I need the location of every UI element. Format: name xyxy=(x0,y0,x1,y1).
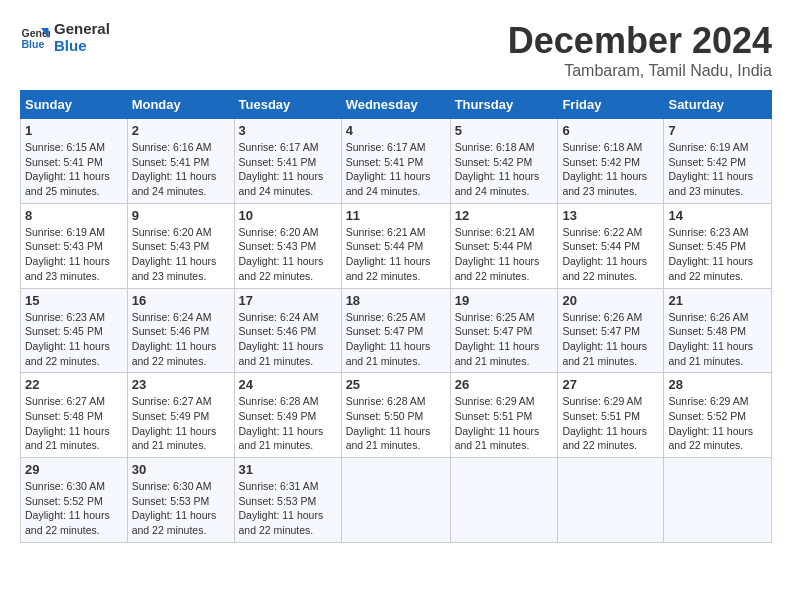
day-number: 27 xyxy=(562,377,659,392)
calendar-cell xyxy=(558,458,664,543)
day-info: Sunrise: 6:31 AM Sunset: 5:53 PM Dayligh… xyxy=(239,479,337,538)
calendar-cell: 30 Sunrise: 6:30 AM Sunset: 5:53 PM Dayl… xyxy=(127,458,234,543)
day-number: 17 xyxy=(239,293,337,308)
day-number: 8 xyxy=(25,208,123,223)
calendar-cell: 31 Sunrise: 6:31 AM Sunset: 5:53 PM Dayl… xyxy=(234,458,341,543)
calendar-cell: 9 Sunrise: 6:20 AM Sunset: 5:43 PM Dayli… xyxy=(127,203,234,288)
calendar-cell xyxy=(450,458,558,543)
day-info: Sunrise: 6:19 AM Sunset: 5:42 PM Dayligh… xyxy=(668,140,767,199)
day-info: Sunrise: 6:25 AM Sunset: 5:47 PM Dayligh… xyxy=(455,310,554,369)
day-number: 20 xyxy=(562,293,659,308)
day-number: 6 xyxy=(562,123,659,138)
day-info: Sunrise: 6:28 AM Sunset: 5:49 PM Dayligh… xyxy=(239,394,337,453)
day-info: Sunrise: 6:27 AM Sunset: 5:48 PM Dayligh… xyxy=(25,394,123,453)
day-info: Sunrise: 6:21 AM Sunset: 5:44 PM Dayligh… xyxy=(346,225,446,284)
calendar-week-row: 1 Sunrise: 6:15 AM Sunset: 5:41 PM Dayli… xyxy=(21,119,772,204)
day-info: Sunrise: 6:26 AM Sunset: 5:48 PM Dayligh… xyxy=(668,310,767,369)
day-number: 16 xyxy=(132,293,230,308)
day-number: 15 xyxy=(25,293,123,308)
logo-general: General xyxy=(54,20,110,37)
title-block: December 2024 Tambaram, Tamil Nadu, Indi… xyxy=(508,20,772,80)
calendar-cell: 16 Sunrise: 6:24 AM Sunset: 5:46 PM Dayl… xyxy=(127,288,234,373)
calendar-cell: 13 Sunrise: 6:22 AM Sunset: 5:44 PM Dayl… xyxy=(558,203,664,288)
calendar-week-row: 22 Sunrise: 6:27 AM Sunset: 5:48 PM Dayl… xyxy=(21,373,772,458)
day-header-tuesday: Tuesday xyxy=(234,91,341,119)
day-number: 30 xyxy=(132,462,230,477)
day-number: 19 xyxy=(455,293,554,308)
day-header-sunday: Sunday xyxy=(21,91,128,119)
calendar-cell: 7 Sunrise: 6:19 AM Sunset: 5:42 PM Dayli… xyxy=(664,119,772,204)
calendar-cell: 10 Sunrise: 6:20 AM Sunset: 5:43 PM Dayl… xyxy=(234,203,341,288)
day-info: Sunrise: 6:17 AM Sunset: 5:41 PM Dayligh… xyxy=(239,140,337,199)
day-info: Sunrise: 6:26 AM Sunset: 5:47 PM Dayligh… xyxy=(562,310,659,369)
calendar-week-row: 29 Sunrise: 6:30 AM Sunset: 5:52 PM Dayl… xyxy=(21,458,772,543)
calendar-cell: 8 Sunrise: 6:19 AM Sunset: 5:43 PM Dayli… xyxy=(21,203,128,288)
calendar-week-row: 8 Sunrise: 6:19 AM Sunset: 5:43 PM Dayli… xyxy=(21,203,772,288)
day-info: Sunrise: 6:29 AM Sunset: 5:51 PM Dayligh… xyxy=(455,394,554,453)
calendar-cell: 5 Sunrise: 6:18 AM Sunset: 5:42 PM Dayli… xyxy=(450,119,558,204)
day-info: Sunrise: 6:27 AM Sunset: 5:49 PM Dayligh… xyxy=(132,394,230,453)
day-number: 5 xyxy=(455,123,554,138)
day-info: Sunrise: 6:22 AM Sunset: 5:44 PM Dayligh… xyxy=(562,225,659,284)
calendar-cell: 22 Sunrise: 6:27 AM Sunset: 5:48 PM Dayl… xyxy=(21,373,128,458)
calendar-cell: 25 Sunrise: 6:28 AM Sunset: 5:50 PM Dayl… xyxy=(341,373,450,458)
day-number: 24 xyxy=(239,377,337,392)
logo: General Blue General Blue xyxy=(20,20,110,54)
day-header-friday: Friday xyxy=(558,91,664,119)
calendar-cell: 26 Sunrise: 6:29 AM Sunset: 5:51 PM Dayl… xyxy=(450,373,558,458)
calendar-table: SundayMondayTuesdayWednesdayThursdayFrid… xyxy=(20,90,772,543)
calendar-cell: 23 Sunrise: 6:27 AM Sunset: 5:49 PM Dayl… xyxy=(127,373,234,458)
day-number: 31 xyxy=(239,462,337,477)
calendar-cell: 18 Sunrise: 6:25 AM Sunset: 5:47 PM Dayl… xyxy=(341,288,450,373)
day-info: Sunrise: 6:25 AM Sunset: 5:47 PM Dayligh… xyxy=(346,310,446,369)
day-number: 21 xyxy=(668,293,767,308)
day-info: Sunrise: 6:30 AM Sunset: 5:53 PM Dayligh… xyxy=(132,479,230,538)
day-info: Sunrise: 6:18 AM Sunset: 5:42 PM Dayligh… xyxy=(562,140,659,199)
calendar-cell: 2 Sunrise: 6:16 AM Sunset: 5:41 PM Dayli… xyxy=(127,119,234,204)
calendar-cell: 4 Sunrise: 6:17 AM Sunset: 5:41 PM Dayli… xyxy=(341,119,450,204)
day-info: Sunrise: 6:21 AM Sunset: 5:44 PM Dayligh… xyxy=(455,225,554,284)
day-info: Sunrise: 6:23 AM Sunset: 5:45 PM Dayligh… xyxy=(668,225,767,284)
day-info: Sunrise: 6:29 AM Sunset: 5:52 PM Dayligh… xyxy=(668,394,767,453)
calendar-cell: 17 Sunrise: 6:24 AM Sunset: 5:46 PM Dayl… xyxy=(234,288,341,373)
day-number: 7 xyxy=(668,123,767,138)
day-number: 14 xyxy=(668,208,767,223)
day-number: 9 xyxy=(132,208,230,223)
day-info: Sunrise: 6:18 AM Sunset: 5:42 PM Dayligh… xyxy=(455,140,554,199)
location-subtitle: Tambaram, Tamil Nadu, India xyxy=(508,62,772,80)
calendar-cell: 21 Sunrise: 6:26 AM Sunset: 5:48 PM Dayl… xyxy=(664,288,772,373)
calendar-cell: 20 Sunrise: 6:26 AM Sunset: 5:47 PM Dayl… xyxy=(558,288,664,373)
calendar-cell: 24 Sunrise: 6:28 AM Sunset: 5:49 PM Dayl… xyxy=(234,373,341,458)
calendar-cell: 28 Sunrise: 6:29 AM Sunset: 5:52 PM Dayl… xyxy=(664,373,772,458)
calendar-cell: 29 Sunrise: 6:30 AM Sunset: 5:52 PM Dayl… xyxy=(21,458,128,543)
calendar-cell: 14 Sunrise: 6:23 AM Sunset: 5:45 PM Dayl… xyxy=(664,203,772,288)
day-number: 26 xyxy=(455,377,554,392)
day-number: 10 xyxy=(239,208,337,223)
calendar-cell: 12 Sunrise: 6:21 AM Sunset: 5:44 PM Dayl… xyxy=(450,203,558,288)
day-info: Sunrise: 6:19 AM Sunset: 5:43 PM Dayligh… xyxy=(25,225,123,284)
svg-text:Blue: Blue xyxy=(22,38,45,50)
day-info: Sunrise: 6:17 AM Sunset: 5:41 PM Dayligh… xyxy=(346,140,446,199)
day-number: 11 xyxy=(346,208,446,223)
day-number: 12 xyxy=(455,208,554,223)
day-number: 13 xyxy=(562,208,659,223)
day-number: 25 xyxy=(346,377,446,392)
calendar-week-row: 15 Sunrise: 6:23 AM Sunset: 5:45 PM Dayl… xyxy=(21,288,772,373)
day-header-monday: Monday xyxy=(127,91,234,119)
day-header-saturday: Saturday xyxy=(664,91,772,119)
day-number: 23 xyxy=(132,377,230,392)
day-info: Sunrise: 6:23 AM Sunset: 5:45 PM Dayligh… xyxy=(25,310,123,369)
day-info: Sunrise: 6:24 AM Sunset: 5:46 PM Dayligh… xyxy=(132,310,230,369)
calendar-cell xyxy=(341,458,450,543)
calendar-header-row: SundayMondayTuesdayWednesdayThursdayFrid… xyxy=(21,91,772,119)
logo-icon: General Blue xyxy=(20,22,50,52)
day-info: Sunrise: 6:15 AM Sunset: 5:41 PM Dayligh… xyxy=(25,140,123,199)
day-info: Sunrise: 6:20 AM Sunset: 5:43 PM Dayligh… xyxy=(239,225,337,284)
day-number: 3 xyxy=(239,123,337,138)
day-number: 28 xyxy=(668,377,767,392)
day-number: 1 xyxy=(25,123,123,138)
calendar-cell: 3 Sunrise: 6:17 AM Sunset: 5:41 PM Dayli… xyxy=(234,119,341,204)
calendar-cell: 19 Sunrise: 6:25 AM Sunset: 5:47 PM Dayl… xyxy=(450,288,558,373)
day-number: 2 xyxy=(132,123,230,138)
day-number: 22 xyxy=(25,377,123,392)
